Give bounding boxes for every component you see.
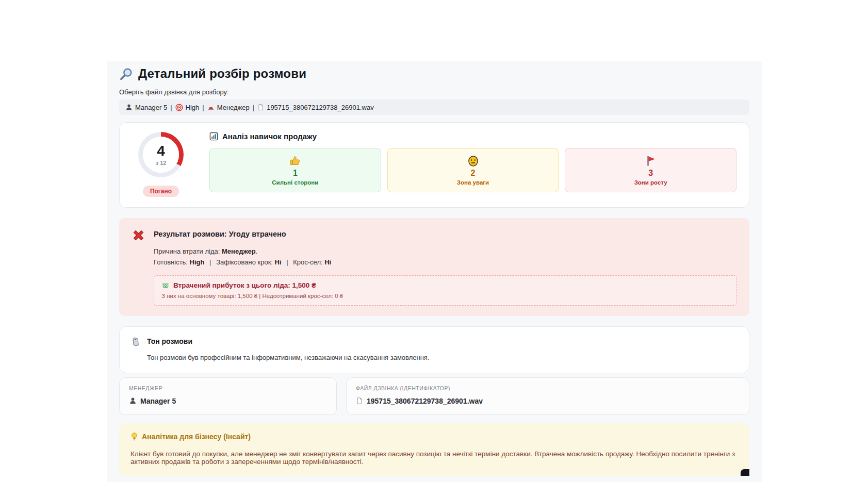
thumbs-up-icon (289, 155, 301, 167)
manager-label: МЕНЕДЖЕР (129, 385, 327, 391)
stat-label: Зони росту (634, 179, 667, 186)
score-gauge: 4 з 12 (138, 132, 184, 177)
score-max-label: з 12 (156, 160, 167, 166)
lost-profit-line: Втрачений прибуток з цього ліда: 1,500 ₴ (173, 281, 316, 289)
selected-loss-reason: Менеджер (217, 104, 250, 111)
result-alert: Результат розмови: Угоду втрачено Причин… (119, 218, 749, 316)
siren-icon (207, 104, 215, 111)
lost-profit-detail: З них на основному товарі: 1,500 ₴ | Нед… (161, 293, 729, 299)
score-value: 4 (157, 144, 165, 158)
file-icon (257, 104, 264, 111)
call-file-card: ФАЙЛ ДЗВІНКА (ІДЕНТИФІКАТОР) 195715_3806… (346, 377, 749, 415)
lost-profit-box: Втрачений прибуток з цього ліда: 1,500 ₴… (154, 275, 737, 306)
stat-label: Сильні сторони (272, 179, 318, 186)
tone-card: Тон розмови Тон розмови був професійним … (119, 326, 749, 373)
insight-box: Аналітика для бізнесу (Інсайт) Клієнт бу… (119, 423, 749, 476)
file-icon (356, 397, 363, 405)
tag-icon (131, 336, 141, 361)
magnifier-icon (119, 67, 133, 81)
stat-strengths: 1 Сильні сторони (209, 148, 381, 192)
stat-value: 2 (471, 169, 476, 178)
call-file-label: ФАЙЛ ДЗВІНКА (ІДЕНТИФІКАТОР) (356, 385, 740, 391)
bust-icon (129, 397, 137, 405)
stat-growth: 3 Зони росту (565, 148, 736, 192)
call-file-value: 195715_380672129738_26901.wav (367, 397, 483, 405)
call-file-select[interactable]: Manager 5 | High | Менеджер | (119, 99, 749, 115)
result-readiness-line: Готовність: High | Зафіксовано крок: Ні … (154, 257, 737, 268)
insight-text: Клієнт був готовий до покупки, але менед… (130, 450, 738, 466)
report-page: Детальний розбір розмови Оберіть файл дз… (107, 61, 762, 482)
tone-text: Тон розмови був професійним та інформати… (147, 354, 738, 361)
result-title: Результат розмови: Угоду втрачено (154, 230, 737, 238)
manager-value: Manager 5 (140, 397, 176, 405)
stat-value: 1 (293, 169, 298, 178)
stat-value: 3 (648, 169, 653, 178)
score-verdict-badge: Погано (143, 186, 179, 197)
select-separator: | (170, 104, 172, 111)
bust-icon (125, 104, 133, 111)
money-wings-icon (161, 281, 170, 290)
selected-manager: Manager 5 (135, 104, 167, 111)
skills-card: 4 з 12 Погано Аналіз навичок продажу (119, 122, 749, 208)
stat-label: Зона уваги (457, 179, 489, 186)
result-reason-line: Причина втрати ліда: Менеджер. (154, 246, 737, 257)
selected-filename: 195715_380672129738_26901.wav (267, 104, 373, 111)
file-select-label: Оберіть файл дзвінка для розбору: (119, 88, 749, 96)
bar-chart-icon (209, 132, 218, 141)
selected-priority: High (186, 104, 200, 111)
result-reason-value: Менеджер (222, 247, 256, 255)
target-icon (175, 104, 183, 111)
select-separator: | (202, 104, 204, 111)
page-header: Детальний розбір розмови (119, 67, 749, 81)
cross-icon (132, 228, 145, 306)
manage-app-chip[interactable] (741, 469, 749, 476)
manager-card: МЕНЕДЖЕР Manager 5 (119, 377, 337, 415)
bulb-icon (130, 432, 138, 441)
select-separator: | (253, 104, 254, 111)
insight-title: Аналітика для бізнесу (Інсайт) (142, 433, 251, 441)
skills-title: Аналіз навичок продажу (222, 132, 317, 141)
page-title: Детальний розбір розмови (138, 67, 306, 81)
red-flag-icon (645, 155, 657, 167)
tone-title: Тон розмови (147, 337, 738, 345)
stat-attention: 2 Зона уваги (387, 148, 559, 192)
neutral-face-icon (467, 155, 479, 167)
